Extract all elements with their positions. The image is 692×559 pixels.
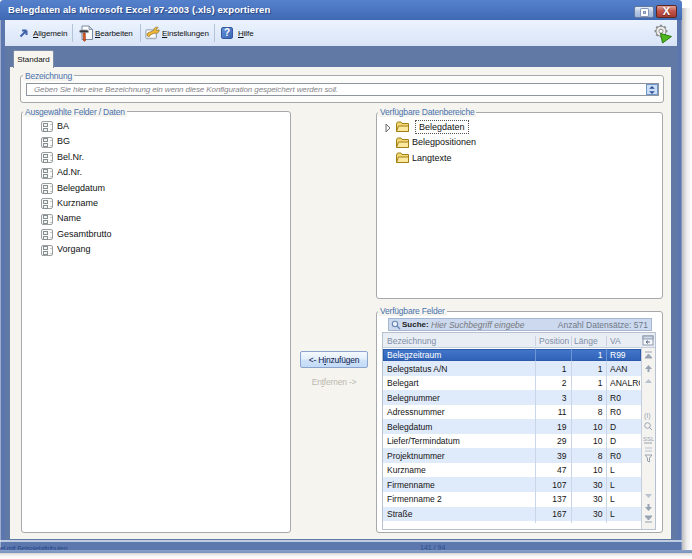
svg-text:(I): (I): [644, 412, 651, 420]
svg-text:SSL: SSL: [643, 436, 654, 442]
